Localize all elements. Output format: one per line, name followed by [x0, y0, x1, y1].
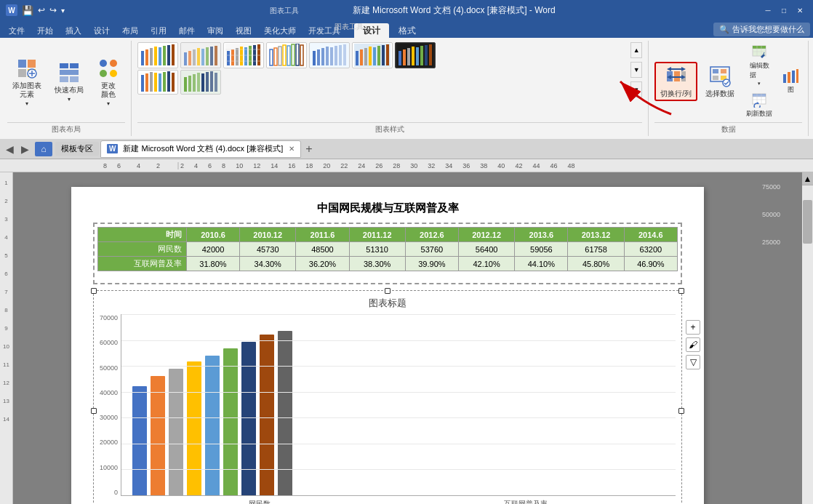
- right-y-75000: 75000: [762, 183, 780, 191]
- chart-style-6[interactable]: [352, 42, 393, 68]
- close-button[interactable]: ✕: [793, 4, 807, 17]
- td-rate-2010-6: 31.80%: [186, 257, 239, 271]
- new-tab-button[interactable]: +: [303, 143, 315, 156]
- y-10000: 10000: [100, 464, 118, 471]
- chart-style-9[interactable]: [180, 70, 221, 95]
- svg-rect-58: [335, 46, 337, 65]
- search-box[interactable]: 🔍 告诉我您想要做什么: [713, 23, 810, 36]
- svg-rect-11: [70, 76, 79, 82]
- svg-rect-8: [70, 63, 79, 68]
- vertical-scrollbar[interactable]: ▲ ▼: [802, 172, 813, 504]
- change-chart-type-button[interactable]: 图: [779, 66, 802, 97]
- quick-layout-button[interactable]: 快速布局 ▾: [49, 59, 89, 105]
- handle-tr[interactable]: [678, 288, 684, 294]
- chart-style-8[interactable]: [137, 70, 178, 95]
- page-scroll-area[interactable]: 中国网民规模与互联网普及率 时间 2010.6 2010.12 2011.6 2…: [13, 172, 762, 504]
- gallery-scroll-up[interactable]: ▲: [630, 42, 642, 58]
- vruler-1: 1: [4, 180, 7, 186]
- chart-filters-btn[interactable]: ▽: [686, 355, 700, 369]
- table-row-rate-header: 互联网普及率: [98, 257, 187, 271]
- handle-tm[interactable]: [385, 288, 391, 294]
- tab-file[interactable]: 文件: [3, 23, 31, 38]
- ruler-mark-42: 42: [515, 162, 522, 169]
- handle-tl[interactable]: [91, 288, 97, 294]
- template-zone-tab[interactable]: 模板专区: [55, 142, 99, 156]
- ruler-mark-40: 40: [497, 162, 505, 169]
- chart-styles-btn[interactable]: 🖌: [686, 337, 700, 352]
- tab-references[interactable]: 引用: [145, 23, 172, 38]
- tab-review[interactable]: 审阅: [201, 23, 229, 38]
- ruler-mark-22: 22: [340, 162, 348, 169]
- chart-style-7[interactable]: [395, 42, 436, 68]
- svg-rect-73: [407, 48, 410, 65]
- maximize-button[interactable]: □: [777, 4, 791, 17]
- quick-access-redo[interactable]: ↪: [49, 5, 57, 15]
- svg-rect-89: [184, 77, 187, 92]
- styles-row-2: [137, 70, 626, 95]
- refresh-data-button[interactable]: 刷新数据: [742, 90, 776, 121]
- svg-rect-26: [193, 49, 196, 65]
- tab-beauty[interactable]: 美化大师: [258, 23, 302, 38]
- vruler-2: 2: [4, 198, 7, 204]
- chart-elements-btn[interactable]: +: [686, 320, 700, 335]
- title-bar: W 💾 ↩ ↪ ▾ 图表工具 新建 Microsoft Word 文档 (4).…: [0, 0, 813, 20]
- edit-data-button[interactable]: 编辑数据 ▾: [742, 42, 776, 89]
- svg-rect-24: [184, 52, 187, 65]
- th-2013-6: 2013.6: [515, 228, 568, 242]
- ruler: 8 6 4 2 2 4 6 8 10 12 14 16 18 20 22 24 …: [0, 159, 813, 172]
- back-nav[interactable]: ◀: [3, 143, 17, 155]
- gallery-scroll-down[interactable]: ▼: [630, 62, 642, 78]
- chart-style-3[interactable]: [223, 42, 264, 68]
- td-rate-2012-6: 39.90%: [405, 257, 458, 271]
- gridline-2: [121, 340, 676, 341]
- scroll-up-btn[interactable]: ▲: [802, 172, 813, 185]
- tab-design-doc[interactable]: 设计: [88, 23, 116, 38]
- ruler-mark-neg2: 2: [156, 162, 160, 169]
- tab-home[interactable]: 开始: [31, 23, 59, 38]
- switch-row-col-button[interactable]: 切换行/列: [654, 62, 697, 101]
- vruler-12: 12: [3, 380, 9, 386]
- handle-ml[interactable]: [91, 408, 97, 414]
- scrollbar-thumb[interactable]: [803, 200, 812, 244]
- svg-point-12: [100, 60, 107, 67]
- chart-style-1[interactable]: [137, 42, 178, 68]
- gridline-4: [121, 392, 676, 393]
- ruler-mark-44: 44: [532, 162, 540, 169]
- doc-tab-close[interactable]: ✕: [289, 145, 295, 153]
- select-data-button[interactable]: 选择数据: [700, 63, 740, 100]
- change-color-button[interactable]: 更改颜色 ▾: [92, 55, 125, 109]
- switch-row-col-label: 切换行/列: [660, 89, 692, 98]
- minimize-button[interactable]: ─: [761, 4, 775, 17]
- active-doc-tab[interactable]: W 新建 Microsoft Word 文档 (4).docx [兼容模式] ✕: [100, 140, 301, 158]
- gallery-more[interactable]: ▾: [630, 81, 642, 97]
- title-bar-left: W 💾 ↩ ↪ ▾: [6, 4, 65, 16]
- forward-nav[interactable]: ▶: [18, 143, 32, 155]
- svg-rect-61: [354, 44, 391, 67]
- tab-developer[interactable]: 开发工具: [303, 23, 346, 38]
- tab-chart-design[interactable]: 设计: [354, 23, 389, 38]
- ruler-mark-6: 6: [208, 162, 212, 169]
- tab-mailings[interactable]: 邮件: [173, 23, 201, 38]
- tab-chart-format[interactable]: 格式: [390, 23, 425, 38]
- chart-style-5[interactable]: [309, 42, 350, 68]
- quick-access-undo[interactable]: ↩: [38, 5, 45, 15]
- scrollbar-track[interactable]: [802, 185, 813, 504]
- tab-view[interactable]: 视图: [230, 23, 257, 38]
- td-netusers-2014-6: 63200: [624, 242, 677, 257]
- chart-title: 图表标题: [100, 297, 676, 310]
- tab-insert[interactable]: 插入: [60, 23, 87, 38]
- switch-row-col-icon: [665, 65, 688, 88]
- chart-outer-container[interactable]: 图表标题 70000 60000 50000 40000 30000 20000…: [93, 290, 682, 504]
- svg-rect-92: [197, 73, 200, 92]
- y-20000: 20000: [100, 439, 118, 446]
- doc-main-title: 中国网民规模与互联网普及率: [93, 201, 682, 215]
- quick-access-save[interactable]: 💾: [22, 5, 33, 16]
- chart-style-4[interactable]: [266, 42, 307, 68]
- right-y-25000: 25000: [762, 239, 780, 246]
- add-element-button[interactable]: 添加图表元素 ▾: [7, 55, 47, 109]
- x-label-netusers: 网民数: [249, 499, 271, 504]
- tab-layout[interactable]: 布局: [116, 23, 144, 38]
- handle-mr[interactable]: [678, 408, 684, 414]
- chart-style-2[interactable]: [180, 42, 221, 68]
- home-icon[interactable]: ⌂: [35, 142, 52, 156]
